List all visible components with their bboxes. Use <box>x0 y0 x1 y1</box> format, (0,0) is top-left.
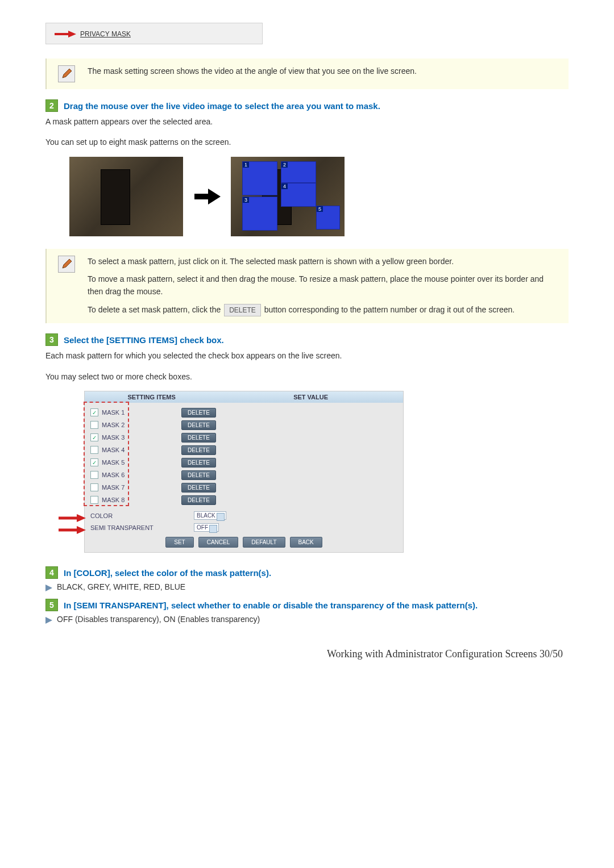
note-2-p1: To select a mask pattern, just click on … <box>88 256 557 268</box>
note-1-text: The mask setting screen shows the video … <box>88 65 557 78</box>
mask-label-2: 2 <box>281 162 288 168</box>
mask-checkbox[interactable] <box>90 496 98 504</box>
step-3-title: Select the [SETTING ITEMS] check box. <box>64 333 224 346</box>
semi-transparent-label: SEMI TRANSPARENT <box>90 524 194 531</box>
delete-button[interactable]: DELETE <box>181 433 216 443</box>
mask-label: MASK 4 <box>102 446 181 453</box>
mask-row: ✓MASK 3DELETE <box>90 431 397 444</box>
set-button[interactable]: SET <box>165 537 193 548</box>
mask-row: ✓MASK 5DELETE <box>90 456 397 469</box>
note-2-p3a: To delete a set mask pattern, click the <box>88 305 223 314</box>
delete-button[interactable]: DELETE <box>181 495 216 505</box>
step-5-bullet-text: OFF (Disables transparency), ON (Enables… <box>57 615 260 624</box>
step-4-bullet: BLACK, GREY, WHITE, RED, BLUE <box>45 582 569 593</box>
step-5-title: In [SEMI TRANSPARENT], select whether to… <box>64 599 478 611</box>
camera-image-after: 1 2 3 4 5 <box>231 157 345 236</box>
delete-button[interactable]: DELETE <box>181 408 216 418</box>
delete-button[interactable]: DELETE <box>181 458 216 468</box>
mask-label-1: 1 <box>243 162 249 168</box>
bullet-icon <box>45 616 52 625</box>
color-select[interactable]: BLACK <box>194 511 226 520</box>
mask-label: MASK 1 <box>102 409 181 416</box>
step-badge-4: 4 <box>45 566 58 579</box>
mask-label: MASK 8 <box>102 496 181 503</box>
mask-checkbox[interactable] <box>90 446 98 454</box>
camera-image-before <box>69 157 183 236</box>
svg-marker-2 <box>63 69 72 78</box>
delete-button[interactable]: DELETE <box>181 483 216 493</box>
step-5-heading: 5 In [SEMI TRANSPARENT], select whether … <box>45 599 569 611</box>
mask-row: ✓MASK 1DELETE <box>90 406 397 419</box>
step-2-title: Drag the mouse over the live video image… <box>64 99 380 112</box>
pencil-icon <box>58 256 75 273</box>
note-2-p3b: button corresponding to the pattern numb… <box>264 305 515 314</box>
page-footer: Working with Administrator Configuration… <box>45 648 569 660</box>
semi-transparent-row: SEMI TRANSPARENT OFF <box>85 521 403 533</box>
menu-item-privacy-mask: PRIVACY MASK <box>45 23 263 44</box>
step-2-heading: 2 Drag the mouse over the live video ima… <box>45 99 569 112</box>
callout-arrow-icon <box>59 525 86 536</box>
note-box-1: The mask setting screen shows the video … <box>45 59 569 89</box>
mask-checkbox[interactable] <box>90 483 98 491</box>
bullet-icon <box>45 584 52 593</box>
note-box-2: To select a mask pattern, just click on … <box>45 249 569 324</box>
delete-button[interactable]: DELETE <box>181 445 216 455</box>
step-5-bullet: OFF (Disables transparency), ON (Enables… <box>45 615 569 625</box>
mask-label-3: 3 <box>243 197 249 203</box>
step-3-line-2: You may select two or more check boxes. <box>45 370 569 383</box>
mask-checkbox[interactable]: ✓ <box>90 408 98 416</box>
svg-marker-1 <box>68 31 76 37</box>
svg-marker-5 <box>63 259 72 268</box>
svg-marker-4 <box>208 189 221 205</box>
back-button[interactable]: BACK <box>290 537 322 548</box>
step-2-line-1: A mask pattern appears over the selected… <box>45 115 569 128</box>
step-2-line-2: You can set up to eight mask patterns on… <box>45 136 569 148</box>
arrow-right-icon <box>193 187 221 206</box>
note-2-p2: To move a mask pattern, select it and th… <box>88 273 557 298</box>
mask-checkbox[interactable]: ✓ <box>90 458 98 466</box>
mask-row: MASK 2DELETE <box>90 419 397 431</box>
step-4-heading: 4 In [COLOR], select the color of the ma… <box>45 566 569 579</box>
svg-marker-10 <box>45 585 52 591</box>
delete-button[interactable]: DELETE <box>181 470 216 480</box>
column-set-value: SET VALUE <box>218 391 403 403</box>
step-badge-3: 3 <box>45 333 58 346</box>
mask-label: MASK 7 <box>102 484 181 491</box>
settings-table: SETTING ITEMS SET VALUE ✓MASK 1DELETEMAS… <box>84 391 404 553</box>
mask-label: MASK 6 <box>102 471 181 478</box>
svg-marker-11 <box>45 617 52 624</box>
column-setting-items: SETTING ITEMS <box>85 391 218 403</box>
footer-page-number: 30/50 <box>540 648 563 660</box>
pencil-icon <box>58 65 75 82</box>
privacy-mask-link[interactable]: PRIVACY MASK <box>80 30 131 38</box>
mask-illustration-row: 1 2 3 4 5 <box>69 157 569 236</box>
svg-marker-7 <box>77 514 86 522</box>
color-row: COLOR BLACK <box>85 510 403 521</box>
callout-arrow-icon <box>59 514 86 524</box>
step-4-bullet-text: BLACK, GREY, WHITE, RED, BLUE <box>57 582 185 591</box>
step-3-line-1: Each mask pattern for which you selected… <box>45 349 569 362</box>
mask-checkbox[interactable] <box>90 471 98 479</box>
mask-label: MASK 5 <box>102 459 181 466</box>
mask-label-4: 4 <box>281 183 288 189</box>
inline-delete-button: DELETE <box>224 304 261 317</box>
svg-marker-9 <box>77 526 86 534</box>
default-button[interactable]: DEFAULT <box>243 537 285 548</box>
mask-row: MASK 6DELETE <box>90 469 397 481</box>
footer-section-title: Working with Administrator Configuration… <box>327 648 540 660</box>
semi-transparent-select[interactable]: OFF <box>194 523 219 532</box>
step-badge-5: 5 <box>45 599 58 611</box>
delete-button[interactable]: DELETE <box>181 420 216 430</box>
mask-row: MASK 8DELETE <box>90 494 397 506</box>
cancel-button[interactable]: CANCEL <box>198 537 239 548</box>
mask-label: MASK 3 <box>102 434 181 441</box>
step-3-heading: 3 Select the [SETTING ITEMS] check box. <box>45 333 569 346</box>
mask-row: MASK 7DELETE <box>90 481 397 494</box>
callout-arrow-icon <box>55 30 76 38</box>
step-4-title: In [COLOR], select the color of the mask… <box>64 566 271 579</box>
mask-checkbox[interactable] <box>90 421 98 429</box>
note-2-p3: To delete a set mask pattern, click the … <box>88 304 557 317</box>
step-badge-2: 2 <box>45 99 58 112</box>
mask-checkbox[interactable]: ✓ <box>90 433 98 441</box>
mask-label: MASK 2 <box>102 422 181 428</box>
